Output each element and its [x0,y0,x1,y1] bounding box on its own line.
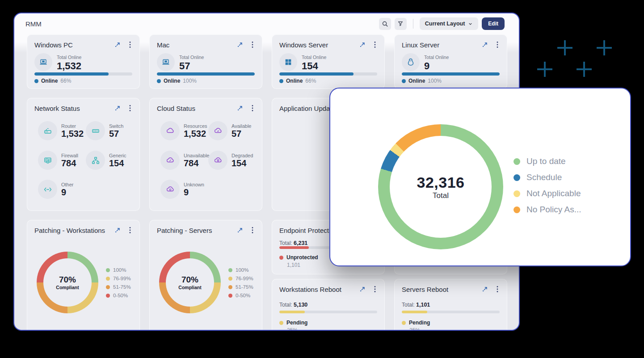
card-title: Network Status [34,105,80,112]
legend-dot [514,206,520,213]
cloud-question-icon [160,180,180,199]
kebab-menu-button[interactable] [371,285,379,293]
kebab-icon [497,41,498,48]
legend-dot [514,174,520,181]
switch-icon [86,121,105,140]
status-value: 25% [409,327,420,331]
kebab-menu-button[interactable] [493,41,501,49]
expand-button[interactable] [114,226,122,234]
donut-center-label: Compliant [56,285,79,290]
kebab-icon [374,286,376,293]
online-percent: 100% [183,78,197,84]
status-row: Pending [402,320,430,326]
card-patching-servers: Patching - Servers 70% Compliant 100% 76… [149,220,262,331]
online-dot [34,79,38,83]
kebab-icon [129,227,131,234]
filter-button[interactable] [395,18,407,30]
cloud-item-unknown: Unknown9 [160,180,204,199]
kebab-menu-button[interactable] [126,226,134,234]
total-row: Total: 5,130 [279,302,377,308]
card-windows-pc: Windows PC Total Online 1,532 Online 66% [27,34,140,89]
chevron-down-icon [468,21,473,26]
kebab-menu-button[interactable] [248,226,257,234]
kebab-menu-button[interactable] [126,104,134,112]
legend-label: No Policy As... [526,205,581,215]
legend-label: Up to date [526,156,566,166]
edit-button[interactable]: Edit [482,17,505,30]
kebab-menu-button[interactable] [248,104,257,112]
expand-button[interactable] [236,104,244,112]
expand-button[interactable] [236,226,244,234]
cloud-icon [160,121,180,140]
legend-dot [106,268,110,272]
expand-icon [237,105,243,111]
item-value: 57 [109,129,123,139]
online-label: Online [164,78,180,84]
legend-label: 0-50% [236,293,250,298]
expand-icon [482,42,488,48]
filter-icon [397,21,404,27]
plus-decoration [557,40,572,55]
card-title: Windows PC [34,41,73,49]
laptop-icon [157,53,175,71]
online-progress-bar [157,72,255,76]
legend-label: 0-50% [113,293,128,298]
window-header: RMM Current Layout Edit [14,13,519,34]
online-dot [157,79,161,83]
expand-button[interactable] [481,285,489,293]
legend-dot [514,190,520,197]
cloud-item-unavailable: Unavailable784 [160,151,209,170]
total-value: 1,101 [416,302,430,308]
card-cloud-status: Cloud Status Resources1,532 Available57 … [149,98,262,211]
expand-button[interactable] [114,41,122,49]
donut-center-label: Compliant [178,285,201,290]
item-label: Unavailable [184,153,209,158]
layout-dropdown[interactable]: Current Layout [420,17,479,30]
item-value: 57 [232,129,251,139]
cloud-warning-icon [208,151,227,170]
expand-button[interactable] [481,41,489,49]
search-icon [382,21,388,27]
expand-button[interactable] [236,41,244,49]
metric-value: 9 [424,60,429,72]
expand-icon [237,42,243,48]
cloud-slash-icon [160,151,180,170]
kebab-menu-button[interactable] [493,285,501,293]
kebab-icon [252,227,253,234]
card-network-status: Network Status Router1,532 Switch57 Fire… [27,98,140,211]
cloud-item-available: Available57 [208,121,251,140]
total-row: Total: 1,101 [402,302,500,308]
item-value: 9 [61,187,74,197]
item-value: 784 [184,158,209,168]
legend-dot [228,268,232,272]
legend-dot [106,294,110,298]
laptop-icon [34,53,52,71]
donut-center-value: 70% [181,275,198,285]
card-patching-workstations: Patching - Workstations 70% Compliant 10… [27,220,140,331]
header-divider [413,19,413,29]
expand-button[interactable] [358,285,366,293]
legend-dot [228,294,232,298]
kebab-menu-button[interactable] [371,41,379,49]
donut-legend: Up to date Schedule Not Applicable No Po… [514,156,581,215]
online-progress-bar [279,72,377,76]
expand-button[interactable] [114,104,122,112]
legend-label: 51-75% [113,284,131,290]
card-title: Linux Server [402,41,439,49]
item-label: Generic [109,153,126,158]
donut-center-value: 70% [59,275,76,285]
search-button[interactable] [379,18,391,30]
donut-legend: 100% 76-99% 51-75% 0-50% [228,267,253,298]
metric-label: Total Online [179,55,204,60]
legend-dot [228,285,232,289]
kebab-icon [252,105,253,112]
expand-button[interactable] [358,41,366,49]
expand-icon [359,286,366,292]
kebab-menu-button[interactable] [126,41,134,49]
kebab-menu-button[interactable] [248,41,257,49]
card-title: Patching - Servers [157,227,212,234]
card-title: Cloud Status [157,105,195,112]
legend-dot [228,277,232,281]
card-windows-server: Windows Server Total Online 154 Online 6… [272,34,385,89]
expand-icon [359,42,366,48]
